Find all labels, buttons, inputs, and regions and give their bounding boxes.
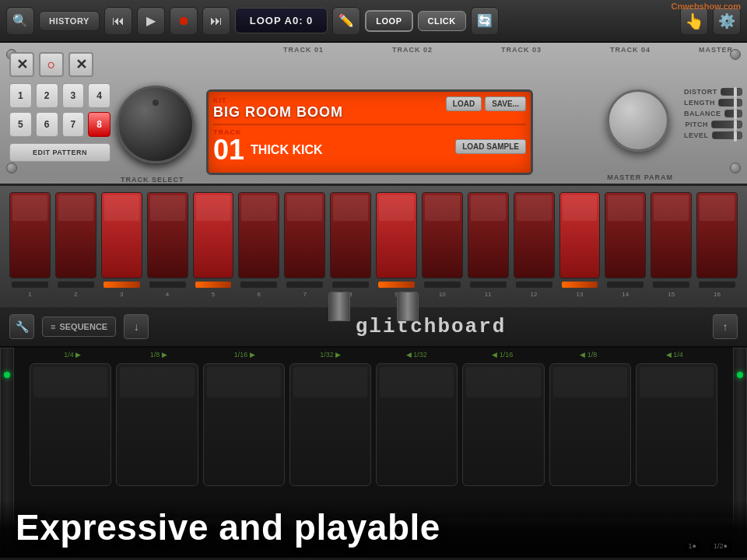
up-arrow-button[interactable]: ↑ [713,314,738,339]
refresh-icon[interactable]: 🔄 [471,7,499,35]
x-right-button[interactable]: ✕ [68,52,93,77]
kit-name: BIG ROOM BOOM [213,104,443,121]
time-labels: 1/4 ▶ 1/8 ▶ 1/16 ▶ 1/32 ▶ ◀ 1/32 ◀ 1/16 … [14,348,733,359]
num-btn-4[interactable]: 4 [88,83,110,108]
pad-led-15 [653,282,689,288]
glitch-pad-6[interactable] [462,363,544,486]
next-icon[interactable]: ⏭ [202,7,230,35]
num-btn-7[interactable]: 7 [62,112,85,137]
pad-button-11[interactable] [468,192,509,278]
record-icon[interactable]: ⏺ [170,7,198,35]
pitch-label: PITCH [686,121,709,128]
tube-left [328,292,350,321]
step-pad-14: 14 [605,192,646,298]
glitch-pad-3[interactable] [203,363,285,486]
pad-button-13[interactable] [559,192,601,278]
load-button[interactable]: LOAD [446,96,482,111]
pad-button-6[interactable] [238,192,279,278]
balance-slider[interactable] [724,110,743,117]
balance-param: BALANCE [684,110,742,117]
big-knob[interactable] [117,86,195,163]
glitch-pad-4[interactable] [289,363,371,486]
top-bar: 🔍 HISTORY ⏮ ▶ ⏺ ⏭ LOOP A0: 0 ✏️ LOOP CLI… [0,0,747,43]
prev-icon[interactable]: ⏮ [104,7,132,35]
step-pad-12: 12 [514,192,555,298]
click-button[interactable]: CLICK [418,11,466,31]
master-knob[interactable] [607,89,669,152]
glitchboard-title: glitchboard [156,315,705,338]
track-number: 01 [213,136,244,164]
kit-label: KIT [213,96,443,104]
save-button[interactable]: SAVE... [485,96,526,111]
corner-label-1: 1● [685,541,700,551]
step-pad-10: 10 [422,192,463,298]
pad-number-12: 12 [514,291,555,298]
distort-slider[interactable] [721,88,742,96]
pad-led-11 [470,282,507,288]
glitch-pad-5[interactable] [376,363,458,486]
time-label-5: ◀ 1/16 [460,351,546,359]
pad-button-10[interactable] [422,192,463,278]
num-btn-6[interactable]: 6 [36,112,58,137]
pad-led-4 [149,282,186,288]
pad-number-15: 15 [651,291,692,298]
corner-screw-bl [6,163,17,173]
track-04-header: TRACK 04 [576,43,685,57]
x-left-button[interactable]: ✕ [9,52,34,77]
search-icon[interactable]: 🔍 [6,7,34,35]
pad-button-14[interactable] [605,192,646,278]
bottom-right-labels: 1● 1/2● [685,541,731,551]
num-btn-3[interactable]: 3 [62,83,85,108]
pad-number-14: 14 [605,291,646,298]
glitch-wrench-button[interactable]: 🔧 [9,314,34,339]
pad-led-16 [699,282,735,288]
bottom-text-overlay: Expressive and playable [0,499,747,558]
left-controls: ✕ ○ ✕ 1 2 3 4 5 6 7 8 EDIT PATTERN [9,52,110,162]
pitch-slider[interactable] [711,121,742,128]
pad-button-2[interactable] [55,192,96,278]
length-slider[interactable] [718,99,742,107]
pad-button-9[interactable] [376,192,417,278]
glitch-sequence-button[interactable]: ≡ SEQUENCE [42,317,116,337]
pad-button-4[interactable] [147,192,188,278]
pad-led-12 [516,282,552,288]
glitch-pad-2[interactable] [116,363,198,486]
load-sample-button[interactable]: LOAD SAMPLE [455,139,526,154]
pad-button-12[interactable] [514,192,555,278]
pad-button-1[interactable] [9,192,51,278]
pad-led-5 [195,282,232,288]
pad-button-15[interactable] [651,192,692,278]
pencil-icon[interactable]: ✏️ [332,7,360,35]
bottom-tagline: Expressive and playable [16,506,440,548]
pad-button-7[interactable] [284,192,325,278]
level-slider[interactable] [712,131,742,139]
pad-number-7: 7 [284,291,325,298]
time-label-7: ◀ 1/4 [632,351,718,359]
pad-button-5[interactable] [193,192,234,278]
history-button[interactable]: HISTORY [39,11,100,31]
pad-button-16[interactable] [696,192,738,278]
master-param-label: MASTER PARAM [607,173,673,181]
seq-icon: ≡ [51,322,55,331]
num-btn-1[interactable]: 1 [9,83,32,108]
glitch-pad-1[interactable] [30,363,111,486]
play-icon[interactable]: ▶ [137,7,165,35]
corner-label-2: 1/2● [710,541,731,551]
down-arrow-button[interactable]: ↓ [124,314,149,339]
pad-button-8[interactable] [330,192,371,278]
edit-pattern-button[interactable]: EDIT PATTERN [9,143,110,162]
pad-number-6: 6 [238,291,279,298]
step-pad-1: 1 [9,192,51,298]
num-btn-8[interactable]: 8 [88,112,110,137]
track-select-label: TRACK SELECT [121,176,184,184]
loop-button[interactable]: LOOP [365,10,412,32]
pad-button-3[interactable] [101,192,142,278]
o-button[interactable]: ○ [39,52,64,77]
pad-led-9 [378,282,415,288]
num-btn-5[interactable]: 5 [9,112,32,137]
num-btn-2[interactable]: 2 [36,83,58,108]
loop-display: LOOP A0: 0 [235,8,328,33]
glitch-pad-7[interactable] [549,363,631,486]
glitch-pad-8[interactable] [636,363,717,486]
master-header: MASTER [685,43,747,57]
